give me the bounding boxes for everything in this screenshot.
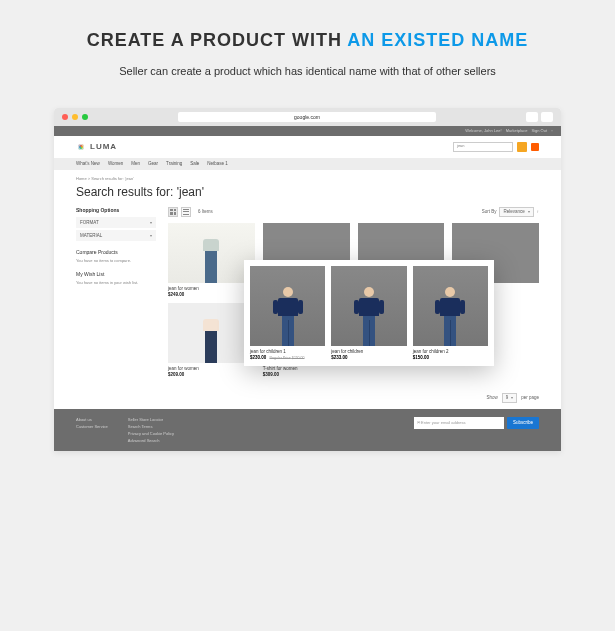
newsletter-input[interactable]: ✉ Enter your email address bbox=[414, 417, 504, 429]
search-button[interactable] bbox=[517, 142, 527, 152]
marketplace-link[interactable]: Marketplace bbox=[506, 128, 528, 133]
nav-item[interactable]: Training bbox=[166, 161, 182, 166]
header-tools: jean bbox=[453, 142, 539, 152]
footer-link[interactable]: Search Terms bbox=[128, 424, 174, 429]
highlight-name: jean for children bbox=[331, 349, 406, 354]
url-bar[interactable]: google.com bbox=[178, 112, 436, 122]
logo-text: LUMA bbox=[90, 142, 117, 151]
list-view-button[interactable] bbox=[181, 207, 191, 217]
highlight-card[interactable]: jean for children 2 $150.00 bbox=[413, 266, 488, 360]
breadcrumb: Home > Search results for: 'jean' bbox=[76, 176, 539, 181]
highlight-image bbox=[413, 266, 488, 346]
product-price: $209.00 bbox=[168, 372, 255, 377]
page: Welcome, John Lee! Marketplace Sign Out … bbox=[54, 126, 561, 451]
product-card[interactable]: jean for women $209.00 bbox=[168, 303, 255, 377]
item-count: 6 Items bbox=[198, 209, 213, 214]
footer-link[interactable]: Advanced Search bbox=[128, 438, 174, 443]
nav-item[interactable]: Men bbox=[131, 161, 140, 166]
pager-per-page-label: per page bbox=[521, 395, 539, 400]
filter-label: FORMAT bbox=[80, 220, 99, 225]
site-footer: About us Customer Service Seller Store L… bbox=[54, 409, 561, 451]
site-header: LUMA jean bbox=[54, 136, 561, 158]
product-price: $309.00 bbox=[263, 372, 350, 377]
product-toolbar: 6 Items Sort By Relevance▾ ↑ bbox=[168, 207, 539, 217]
window-controls bbox=[62, 114, 88, 120]
product-image bbox=[168, 223, 255, 283]
newsletter: ✉ Enter your email address Subscribe bbox=[414, 417, 539, 429]
pager-select[interactable]: 9▾ bbox=[502, 393, 518, 403]
promo-subtitle: Seller can create a product which has id… bbox=[98, 63, 518, 80]
pager-bar: Show 9▾ per page bbox=[54, 387, 561, 409]
nav-item[interactable]: What's New bbox=[76, 161, 100, 166]
nav-item[interactable]: Women bbox=[108, 161, 123, 166]
wishlist-title: My Wish List bbox=[76, 271, 156, 277]
product-image bbox=[168, 303, 255, 363]
browser-button-2[interactable] bbox=[541, 112, 553, 122]
highlight-card[interactable]: jean for children $233.00 bbox=[331, 266, 406, 360]
close-window-icon[interactable] bbox=[62, 114, 68, 120]
subscribe-button[interactable]: Subscribe bbox=[507, 417, 539, 429]
nav-item[interactable]: Netbase 1 bbox=[207, 161, 228, 166]
highlight-price: $150.00 bbox=[413, 355, 488, 360]
footer-link[interactable]: About us bbox=[76, 417, 108, 422]
highlight-image bbox=[331, 266, 406, 346]
footer-link[interactable]: Privacy and Cookie Policy bbox=[128, 431, 174, 436]
sidebar: Shopping Options FORMAT▾ MATERIAL▾ Compa… bbox=[76, 207, 156, 377]
filter-material[interactable]: MATERIAL▾ bbox=[76, 230, 156, 241]
maximize-window-icon[interactable] bbox=[82, 114, 88, 120]
highlight-name: jean for children 2 bbox=[413, 349, 488, 354]
pager-value: 9 bbox=[506, 395, 509, 400]
cart-icon[interactable] bbox=[531, 143, 539, 151]
promo-title-part2: AN EXISTED NAME bbox=[347, 30, 528, 50]
footer-links: About us Customer Service Seller Store L… bbox=[76, 417, 174, 443]
highlight-card[interactable]: jean for children 1 $230.00 Regular Pric… bbox=[250, 266, 325, 360]
logo-icon bbox=[76, 142, 86, 152]
sort-select[interactable]: Relevance▾ bbox=[499, 207, 533, 217]
footer-link[interactable]: Customer Service bbox=[76, 424, 108, 429]
pager-show-label: Show bbox=[486, 395, 497, 400]
chevron-down-icon: ▾ bbox=[528, 209, 530, 214]
product-card[interactable]: jean for women $249.00 bbox=[168, 223, 255, 297]
chevron-down-icon: ▾ bbox=[150, 220, 152, 225]
main-nav: What's New Women Men Gear Training Sale … bbox=[54, 158, 561, 170]
footer-col-1: About us Customer Service bbox=[76, 417, 108, 443]
chevron-down-icon: ▾ bbox=[511, 395, 513, 400]
sort-label: Sort By bbox=[482, 209, 497, 214]
site-logo[interactable]: LUMA bbox=[76, 142, 117, 152]
chevron-down-icon[interactable]: ▾ bbox=[551, 128, 553, 133]
promo-title-part1: CREATE A PRODUCT WITH bbox=[87, 30, 348, 50]
grid-icon bbox=[170, 209, 176, 215]
footer-col-2: Seller Store Locator Search Terms Privac… bbox=[128, 417, 174, 443]
subscribe-label: Subscribe bbox=[513, 420, 533, 425]
nav-item[interactable]: Gear bbox=[148, 161, 158, 166]
footer-link[interactable]: Seller Store Locator bbox=[128, 417, 174, 422]
filter-label: MATERIAL bbox=[80, 233, 102, 238]
highlight-price: $230.00 Regular Price $250.00 bbox=[250, 355, 325, 360]
promo-header: CREATE A PRODUCT WITH AN EXISTED NAME Se… bbox=[0, 0, 615, 90]
filter-format[interactable]: FORMAT▾ bbox=[76, 217, 156, 228]
grid-view-button[interactable] bbox=[168, 207, 178, 217]
compare-title: Compare Products bbox=[76, 249, 156, 255]
browser-action-buttons bbox=[526, 112, 553, 122]
browser-window: google.com Welcome, John Lee! Marketplac… bbox=[54, 108, 561, 451]
product-name: jean for women bbox=[168, 286, 255, 291]
product-price: $249.00 bbox=[168, 292, 255, 297]
newsletter-placeholder: Enter your email address bbox=[421, 420, 465, 425]
wishlist-text: You have no items in your wish list. bbox=[76, 280, 156, 285]
search-input[interactable]: jean bbox=[453, 142, 513, 152]
sort-direction-icon[interactable]: ↑ bbox=[537, 209, 539, 214]
sort-value: Relevance bbox=[503, 209, 524, 214]
highlight-name: jean for children 1 bbox=[250, 349, 325, 354]
nav-item[interactable]: Sale bbox=[190, 161, 199, 166]
chevron-down-icon: ▾ bbox=[150, 233, 152, 238]
browser-button-1[interactable] bbox=[526, 112, 538, 122]
minimize-window-icon[interactable] bbox=[72, 114, 78, 120]
account-topbar: Welcome, John Lee! Marketplace Sign Out … bbox=[54, 126, 561, 136]
list-icon bbox=[183, 209, 189, 215]
product-name: jean for women bbox=[168, 366, 255, 371]
highlight-overlay: jean for children 1 $230.00 Regular Pric… bbox=[244, 260, 494, 366]
signout-link[interactable]: Sign Out bbox=[531, 128, 547, 133]
page-title: Search results for: 'jean' bbox=[76, 185, 539, 199]
compare-text: You have no items to compare. bbox=[76, 258, 156, 263]
product-name: T-shirt for women bbox=[263, 366, 350, 371]
